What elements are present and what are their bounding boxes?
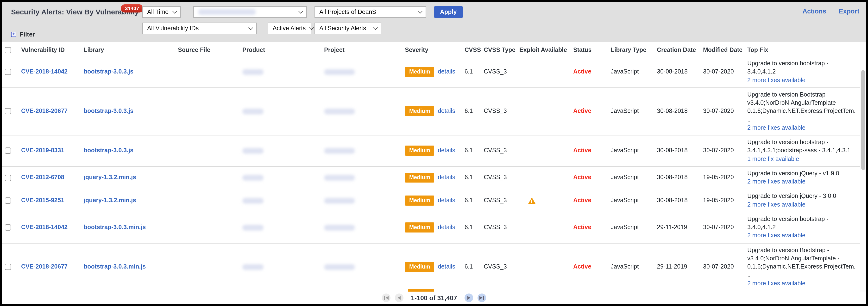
column-header[interactable]: Vulnerability ID — [18, 42, 81, 57]
library-link[interactable]: jquery-1.3.2.min.js — [84, 197, 136, 204]
vulnerability-id-link[interactable]: CVE-2018-14042 — [21, 224, 68, 231]
last-page-button[interactable] — [477, 294, 486, 302]
library-link[interactable]: bootstrap-3.0.3.min.js — [84, 224, 146, 231]
library-link[interactable]: jquery-1.3.2.min.js — [84, 174, 136, 181]
row-checkbox[interactable] — [5, 264, 11, 270]
scope-filter-select[interactable] — [193, 6, 307, 18]
pagination-range: 1-100 of 31,407 — [411, 294, 457, 301]
alert-count-badge: 31407 — [121, 4, 143, 12]
library-link[interactable]: bootstrap-3.0.3.min.js — [84, 263, 146, 270]
table-row: CVE-2012-6708 jquery-1.3.2.min.js Medium… — [2, 166, 860, 189]
library-link[interactable]: bootstrap-3.0.3.js — [84, 108, 133, 114]
more-fixes-link[interactable]: 2 more fixes available — [747, 178, 857, 186]
row-checkbox[interactable] — [5, 197, 11, 204]
column-header[interactable]: Modified Date — [700, 42, 744, 57]
row-checkbox[interactable] — [5, 69, 11, 75]
details-link[interactable]: details — [438, 197, 455, 205]
vulnerability-ids-filter-select[interactable]: All Vulnerability IDs — [142, 23, 257, 34]
row-checkbox[interactable] — [5, 224, 11, 231]
column-header[interactable]: Source File — [175, 42, 240, 57]
more-fixes-link[interactable]: 2 more fixes available — [747, 124, 857, 132]
modified-date: 30-07-2020 — [700, 88, 744, 135]
product-redacted — [242, 264, 264, 270]
time-filter-select[interactable]: All Time — [142, 6, 181, 18]
details-link[interactable]: details — [438, 68, 455, 76]
row-checkbox[interactable] — [5, 175, 11, 181]
more-fixes-link[interactable]: 2 more fixes available — [747, 201, 857, 209]
column-header[interactable]: CVSS Type — [481, 42, 517, 57]
apply-button[interactable]: Apply — [434, 6, 463, 18]
column-header[interactable]: Status — [570, 42, 608, 57]
actions-link[interactable]: Actions — [802, 8, 826, 15]
export-link[interactable]: Export — [839, 8, 859, 15]
exploit-warning-icon — [528, 197, 536, 204]
status-text: Active — [573, 68, 591, 75]
cvss-score: 6.1 — [462, 135, 481, 166]
more-fixes-link[interactable]: 2 more fixes available — [747, 279, 857, 288]
filter-toggle[interactable]: + Filter — [11, 31, 35, 38]
status-text: Active — [573, 174, 591, 181]
more-fixes-link[interactable]: 2 more fixes available — [747, 76, 857, 84]
vulnerability-id-link[interactable]: CVE-2019-8331 — [21, 147, 64, 154]
column-header[interactable]: Severity — [402, 42, 462, 57]
more-fixes-link[interactable]: 2 more fixes available — [747, 232, 857, 240]
more-fixes-link[interactable]: 1 more fix available — [747, 155, 857, 163]
column-header[interactable]: Top Fix — [744, 42, 860, 57]
projects-filter-select[interactable]: All Projects of DeanS — [314, 6, 426, 18]
top-fix-text: Upgrade to version bootstrap - 3.4.0,4.1… — [747, 60, 857, 76]
exploit-available-cell — [517, 88, 570, 135]
alerts-table-zone: Vulnerability IDLibrarySource FileProduc… — [2, 42, 866, 292]
page-title: Security Alerts: View By Vulnerability — [11, 8, 139, 16]
alert-type-filter-select[interactable]: All Security Alerts — [314, 23, 381, 34]
creation-date: 30-08-2018 — [654, 166, 700, 189]
vulnerability-id-link[interactable]: CVE-2015-9251 — [21, 197, 64, 204]
column-header[interactable]: CVSS — [462, 42, 481, 57]
column-header[interactable]: Product — [240, 42, 321, 57]
select-all-checkbox[interactable] — [5, 47, 11, 53]
row-checkbox[interactable] — [5, 108, 11, 114]
details-link[interactable]: details — [438, 224, 455, 232]
vulnerability-id-link[interactable]: CVE-2012-6708 — [21, 174, 64, 181]
details-link[interactable]: details — [438, 146, 455, 155]
details-link[interactable]: details — [438, 107, 455, 115]
product-redacted — [242, 175, 264, 181]
next-page-button[interactable] — [464, 294, 473, 302]
vulnerability-id-link[interactable]: CVE-2018-20677 — [21, 108, 68, 114]
vertical-scrollbar[interactable] — [860, 42, 866, 292]
severity-badge: Medium — [405, 196, 434, 206]
previous-page-button[interactable] — [395, 294, 404, 302]
project-cell — [321, 189, 402, 212]
status-text: Active — [573, 263, 591, 270]
column-header[interactable]: Creation Date — [654, 42, 700, 57]
details-link[interactable]: details — [438, 174, 455, 182]
project-cell — [321, 88, 402, 135]
library-link[interactable]: bootstrap-3.0.3.js — [84, 68, 133, 75]
scrollbar-thumb[interactable] — [861, 70, 865, 170]
row-checkbox[interactable] — [5, 148, 11, 154]
projects-filter-value: All Projects of DeanS — [319, 9, 376, 15]
project-cell — [321, 57, 402, 88]
vulnerability-id-link[interactable]: CVE-2018-14042 — [21, 68, 68, 75]
filter-toggle-label: Filter — [20, 31, 35, 38]
exploit-available-cell — [517, 166, 570, 189]
column-header[interactable]: Exploit Available — [517, 42, 570, 57]
column-header[interactable]: Project — [321, 42, 402, 57]
project-redacted — [324, 69, 355, 75]
product-cell — [240, 212, 321, 243]
modified-date: 30-07-2020 — [700, 57, 744, 88]
expand-plus-icon: + — [11, 32, 17, 37]
product-cell — [240, 57, 321, 88]
vulnerability-id-link[interactable]: CVE-2018-20677 — [21, 263, 68, 270]
details-link[interactable]: details — [438, 263, 455, 271]
product-cell — [240, 243, 321, 291]
alert-state-filter-select[interactable]: Active Alerts — [268, 23, 311, 34]
first-page-button[interactable] — [382, 294, 391, 302]
cvss-score: 6.1 — [462, 57, 481, 88]
column-header[interactable]: Library — [81, 42, 175, 57]
column-header[interactable]: Library Type — [608, 42, 654, 57]
exploit-available-cell — [517, 57, 570, 88]
product-redacted — [242, 69, 264, 75]
source-file-cell — [175, 243, 240, 291]
creation-date: 29-11-2019 — [654, 212, 700, 243]
library-link[interactable]: bootstrap-3.0.3.js — [84, 147, 133, 154]
